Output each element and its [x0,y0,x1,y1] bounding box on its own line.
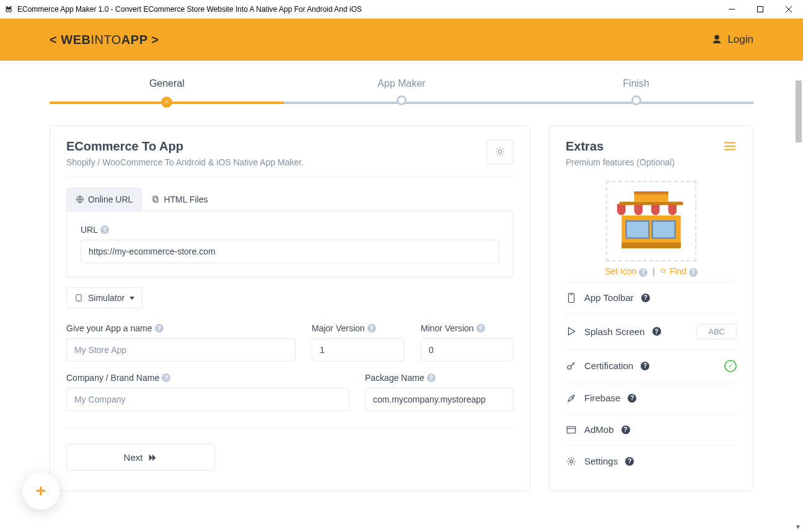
help-icon[interactable]: ? [628,394,636,403]
svg-rect-10 [626,221,649,238]
simulator-dropdown[interactable]: Simulator [66,287,143,308]
extras-item-splash-screen[interactable]: Splash Screen ? ABC [566,313,737,349]
extras-label-settings: Settings [584,456,618,466]
chevron-down-icon [129,297,134,300]
minor-version-label: Minor Version ? [421,323,514,333]
help-icon[interactable]: ? [155,324,164,333]
step-label-general: General [50,78,284,89]
plus-icon: + [36,481,46,501]
step-general[interactable]: General [50,78,284,108]
help-icon[interactable]: ? [427,373,436,382]
svg-point-19 [571,396,573,398]
svg-rect-13 [620,202,683,206]
help-icon[interactable]: ? [100,225,109,234]
separator [66,427,514,428]
company-label-text: Company / Brand Name [66,373,159,383]
brand-logo[interactable]: < WEBINTOAPP > [50,33,159,47]
settings-gear-button[interactable] [486,139,514,164]
simulator-label: Simulator [88,293,125,303]
url-input[interactable] [81,240,499,263]
search-icon [660,268,667,275]
app-name-label: Give your App a name ? [66,323,296,333]
url-panel: URL ? [66,211,514,277]
window-minimize-button[interactable] [717,0,746,19]
set-icon-link[interactable]: Set Icon [605,266,636,276]
app-icon [4,4,14,14]
package-name-label-text: Package Name [365,373,424,383]
help-icon[interactable]: ? [652,327,661,336]
splash-text-preview[interactable]: ABC [696,324,737,339]
window-maximize-button[interactable] [746,0,774,19]
scroll-down-arrow[interactable]: ▼ [794,523,802,531]
svg-point-7 [78,300,79,300]
check-badge-icon: ✓ [724,360,737,372]
extras-item-app-toolbar[interactable]: App Toolbar ? [566,282,737,313]
extras-item-firebase[interactable]: Firebase ? [566,382,737,414]
package-name-input[interactable] [365,388,514,411]
step-finish[interactable]: Finish [519,78,753,108]
window-icon [566,424,577,435]
help-icon[interactable]: ? [641,362,649,370]
major-version-label-text: Major Version [312,323,365,333]
extras-subtitle: Premium features (Optional) [566,157,675,167]
help-icon[interactable]: ? [689,268,698,277]
extras-label-firebase: Firebase [584,393,620,403]
tab-html-files[interactable]: HTML Files [142,188,217,211]
url-label-text: URL [81,225,98,235]
main-subtitle: Shopify / WooCommerce To Android & iOS N… [66,157,514,167]
help-icon[interactable]: ? [625,457,634,466]
window-close-button[interactable] [774,0,803,19]
url-label: URL ? [81,225,499,235]
tab-label-online-url: Online URL [88,194,133,204]
major-version-label: Major Version ? [312,323,405,333]
svg-point-21 [570,460,573,463]
window-title: ECommerce App Maker 1.0 - Convert EComme… [17,5,362,14]
step-app-maker[interactable]: App Maker [284,78,519,108]
wizard-stepper: General App Maker Finish [50,78,753,108]
company-input[interactable] [66,388,349,411]
step-dot-finish [631,95,641,105]
help-icon[interactable]: ? [621,425,630,434]
find-link[interactable]: Find [660,266,689,276]
gear-icon [566,456,577,467]
help-icon[interactable]: ? [162,373,170,382]
extras-label-app-toolbar: App Toolbar [584,292,634,303]
extras-item-admob[interactable]: AdMob ? [566,414,737,445]
major-version-input[interactable] [312,338,405,362]
tablet-icon [74,294,83,302]
help-icon[interactable]: ? [476,324,485,333]
svg-rect-15 [634,191,669,194]
company-label: Company / Brand Name ? [66,373,349,383]
svg-rect-9 [621,243,680,248]
extras-label-certification: Certification [584,360,633,371]
window-controls [717,0,803,19]
extras-item-certification[interactable]: Certification ? ✓ [566,349,737,382]
extras-card: Extras Premium features (Optional) [549,125,753,491]
help-icon[interactable]: ? [641,294,650,302]
svg-rect-4 [153,196,157,201]
help-icon[interactable]: ? [639,268,647,277]
user-icon [711,34,722,45]
minor-version-input[interactable] [421,338,514,362]
extras-item-settings[interactable]: Settings ? [566,445,737,477]
extras-menu-button[interactable] [723,139,737,155]
app-name-input[interactable] [66,338,296,362]
hamburger-icon [723,139,737,153]
next-label: Next [124,452,143,463]
login-button[interactable]: Login [711,33,753,46]
app-header: < WEBINTOAPP > Login [0,19,803,61]
svg-rect-20 [567,426,576,433]
gear-icon [495,147,505,157]
tab-online-url[interactable]: Online URL [66,188,142,211]
main-card: ECommerce To App Shopify / WooCommerce T… [50,125,530,491]
vertical-scrollbar[interactable] [796,81,802,142]
pipe-separator: | [652,266,655,276]
next-button[interactable]: Next [66,444,215,471]
svg-point-16 [661,269,665,273]
store-illustration [566,176,737,266]
extras-label-splash-screen: Splash Screen [584,326,645,337]
help-icon[interactable]: ? [367,324,376,333]
store-icon [611,186,691,254]
fab-add-button[interactable]: + [22,473,59,510]
tab-label-html-files: HTML Files [164,194,208,204]
